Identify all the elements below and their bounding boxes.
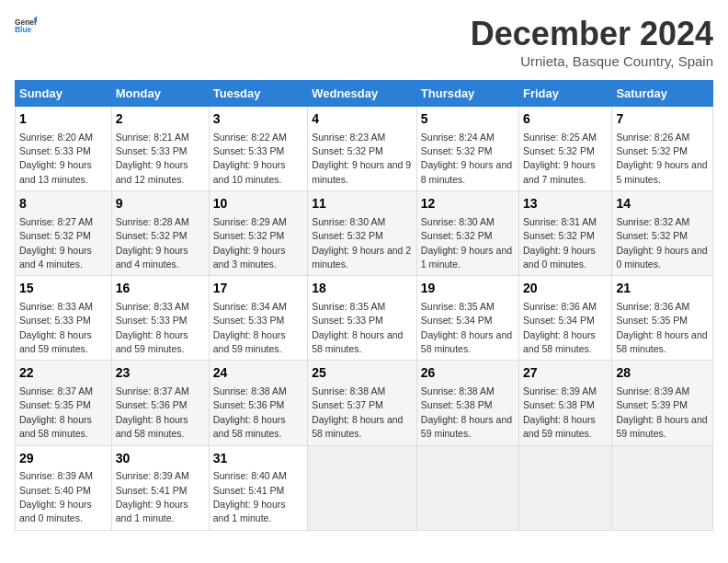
calendar-body: 1Sunrise: 8:20 AMSunset: 5:33 PMDaylight… <box>16 107 713 531</box>
day-cell-4: 4Sunrise: 8:23 AMSunset: 5:32 PMDaylight… <box>308 107 417 191</box>
day-cell-21: 21Sunrise: 8:36 AMSunset: 5:35 PMDayligh… <box>612 276 713 361</box>
day-info: Sunrise: 8:30 AMSunset: 5:32 PMDaylight:… <box>421 216 512 270</box>
day-info: Sunrise: 8:35 AMSunset: 5:33 PMDaylight:… <box>312 301 403 354</box>
day-info: Sunrise: 8:28 AMSunset: 5:32 PMDaylight:… <box>116 216 189 270</box>
day-number: 24 <box>213 364 303 383</box>
day-cell-16: 16Sunrise: 8:33 AMSunset: 5:33 PMDayligh… <box>111 276 209 361</box>
day-number: 9 <box>116 195 205 213</box>
empty-cell <box>308 445 417 530</box>
day-number: 2 <box>116 110 205 129</box>
weekday-header-row: Sunday Monday Tuesday Wednesday Thursday… <box>16 81 713 107</box>
day-number: 27 <box>523 364 608 383</box>
day-cell-13: 13Sunrise: 8:31 AMSunset: 5:32 PMDayligh… <box>519 191 612 276</box>
day-cell-17: 17Sunrise: 8:34 AMSunset: 5:33 PMDayligh… <box>209 276 307 361</box>
day-cell-31: 31Sunrise: 8:40 AMSunset: 5:41 PMDayligh… <box>209 445 307 530</box>
day-number: 21 <box>616 280 709 298</box>
day-number: 7 <box>616 110 709 129</box>
day-info: Sunrise: 8:37 AMSunset: 5:35 PMDaylight:… <box>19 385 93 439</box>
day-number: 3 <box>213 110 303 129</box>
calendar-table: Sunday Monday Tuesday Wednesday Thursday… <box>15 80 713 531</box>
day-info: Sunrise: 8:27 AMSunset: 5:32 PMDaylight:… <box>19 216 93 270</box>
day-cell-25: 25Sunrise: 8:38 AMSunset: 5:37 PMDayligh… <box>308 361 417 445</box>
day-cell-20: 20Sunrise: 8:36 AMSunset: 5:34 PMDayligh… <box>519 276 612 361</box>
day-cell-1: 1Sunrise: 8:20 AMSunset: 5:33 PMDaylight… <box>16 107 112 191</box>
day-number: 5 <box>421 110 515 129</box>
day-cell-26: 26Sunrise: 8:38 AMSunset: 5:38 PMDayligh… <box>416 361 518 445</box>
day-info: Sunrise: 8:40 AMSunset: 5:41 PMDaylight:… <box>213 470 287 523</box>
day-info: Sunrise: 8:23 AMSunset: 5:32 PMDaylight:… <box>312 132 411 185</box>
day-info: Sunrise: 8:32 AMSunset: 5:32 PMDaylight:… <box>616 216 707 270</box>
day-number: 19 <box>421 280 515 298</box>
logo-icon: General Blue <box>15 15 37 37</box>
day-number: 12 <box>421 195 515 213</box>
day-cell-28: 28Sunrise: 8:39 AMSunset: 5:39 PMDayligh… <box>612 361 713 445</box>
day-number: 29 <box>19 450 108 468</box>
day-number: 16 <box>116 280 205 298</box>
day-info: Sunrise: 8:25 AMSunset: 5:32 PMDaylight:… <box>523 132 597 185</box>
empty-cell <box>612 445 713 530</box>
day-info: Sunrise: 8:21 AMSunset: 5:33 PMDaylight:… <box>116 132 189 185</box>
day-cell-27: 27Sunrise: 8:39 AMSunset: 5:38 PMDayligh… <box>519 361 612 445</box>
day-cell-22: 22Sunrise: 8:37 AMSunset: 5:35 PMDayligh… <box>16 361 112 445</box>
day-cell-18: 18Sunrise: 8:35 AMSunset: 5:33 PMDayligh… <box>308 276 417 361</box>
day-number: 23 <box>116 364 205 383</box>
header-thursday: Thursday <box>416 81 518 107</box>
day-info: Sunrise: 8:39 AMSunset: 5:38 PMDaylight:… <box>523 385 597 439</box>
day-cell-8: 8Sunrise: 8:27 AMSunset: 5:32 PMDaylight… <box>16 191 112 276</box>
day-info: Sunrise: 8:38 AMSunset: 5:38 PMDaylight:… <box>421 385 512 439</box>
day-info: Sunrise: 8:31 AMSunset: 5:32 PMDaylight:… <box>523 216 597 270</box>
week-row-5: 29Sunrise: 8:39 AMSunset: 5:40 PMDayligh… <box>16 445 713 530</box>
title-area: December 2024 Urnieta, Basque Country, S… <box>471 15 713 69</box>
day-number: 6 <box>523 110 608 129</box>
day-cell-7: 7Sunrise: 8:26 AMSunset: 5:32 PMDaylight… <box>612 107 713 191</box>
day-cell-14: 14Sunrise: 8:32 AMSunset: 5:32 PMDayligh… <box>612 191 713 276</box>
day-number: 11 <box>312 195 413 213</box>
day-info: Sunrise: 8:30 AMSunset: 5:32 PMDaylight:… <box>312 216 411 270</box>
week-row-3: 15Sunrise: 8:33 AMSunset: 5:33 PMDayligh… <box>16 276 713 361</box>
day-number: 30 <box>116 450 205 468</box>
empty-cell <box>416 445 518 530</box>
day-number: 28 <box>616 364 709 383</box>
day-number: 17 <box>213 280 303 298</box>
day-number: 26 <box>421 364 515 383</box>
day-cell-12: 12Sunrise: 8:30 AMSunset: 5:32 PMDayligh… <box>416 191 518 276</box>
header-wednesday: Wednesday <box>308 81 417 107</box>
day-cell-6: 6Sunrise: 8:25 AMSunset: 5:32 PMDaylight… <box>519 107 612 191</box>
day-cell-9: 9Sunrise: 8:28 AMSunset: 5:32 PMDaylight… <box>111 191 209 276</box>
day-info: Sunrise: 8:38 AMSunset: 5:36 PMDaylight:… <box>213 385 287 439</box>
day-info: Sunrise: 8:22 AMSunset: 5:33 PMDaylight:… <box>213 132 287 185</box>
day-number: 1 <box>19 110 108 129</box>
day-cell-24: 24Sunrise: 8:38 AMSunset: 5:36 PMDayligh… <box>209 361 307 445</box>
day-info: Sunrise: 8:33 AMSunset: 5:33 PMDaylight:… <box>19 301 93 354</box>
day-number: 15 <box>19 280 108 298</box>
day-number: 10 <box>213 195 303 213</box>
day-number: 8 <box>19 195 108 213</box>
day-info: Sunrise: 8:38 AMSunset: 5:37 PMDaylight:… <box>312 385 403 439</box>
header-sunday: Sunday <box>16 81 112 107</box>
day-cell-2: 2Sunrise: 8:21 AMSunset: 5:33 PMDaylight… <box>111 107 209 191</box>
day-info: Sunrise: 8:29 AMSunset: 5:32 PMDaylight:… <box>213 216 287 270</box>
day-info: Sunrise: 8:34 AMSunset: 5:33 PMDaylight:… <box>213 301 287 354</box>
day-cell-30: 30Sunrise: 8:39 AMSunset: 5:41 PMDayligh… <box>111 445 209 530</box>
day-cell-10: 10Sunrise: 8:29 AMSunset: 5:32 PMDayligh… <box>209 191 307 276</box>
header-friday: Friday <box>519 81 612 107</box>
day-cell-15: 15Sunrise: 8:33 AMSunset: 5:33 PMDayligh… <box>16 276 112 361</box>
day-cell-23: 23Sunrise: 8:37 AMSunset: 5:36 PMDayligh… <box>111 361 209 445</box>
day-info: Sunrise: 8:24 AMSunset: 5:32 PMDaylight:… <box>421 132 512 185</box>
day-cell-29: 29Sunrise: 8:39 AMSunset: 5:40 PMDayligh… <box>16 445 112 530</box>
day-cell-3: 3Sunrise: 8:22 AMSunset: 5:33 PMDaylight… <box>209 107 307 191</box>
day-cell-5: 5Sunrise: 8:24 AMSunset: 5:32 PMDaylight… <box>416 107 518 191</box>
day-number: 31 <box>213 450 303 468</box>
week-row-4: 22Sunrise: 8:37 AMSunset: 5:35 PMDayligh… <box>16 361 713 445</box>
day-number: 13 <box>523 195 608 213</box>
day-info: Sunrise: 8:20 AMSunset: 5:33 PMDaylight:… <box>19 132 93 185</box>
empty-cell <box>519 445 612 530</box>
day-info: Sunrise: 8:33 AMSunset: 5:33 PMDaylight:… <box>116 301 189 354</box>
svg-text:Blue: Blue <box>15 25 32 34</box>
day-info: Sunrise: 8:36 AMSunset: 5:34 PMDaylight:… <box>523 301 597 354</box>
day-info: Sunrise: 8:39 AMSunset: 5:40 PMDaylight:… <box>19 470 93 523</box>
day-number: 14 <box>616 195 709 213</box>
day-info: Sunrise: 8:37 AMSunset: 5:36 PMDaylight:… <box>116 385 189 439</box>
day-number: 4 <box>312 110 413 129</box>
day-number: 20 <box>523 280 608 298</box>
